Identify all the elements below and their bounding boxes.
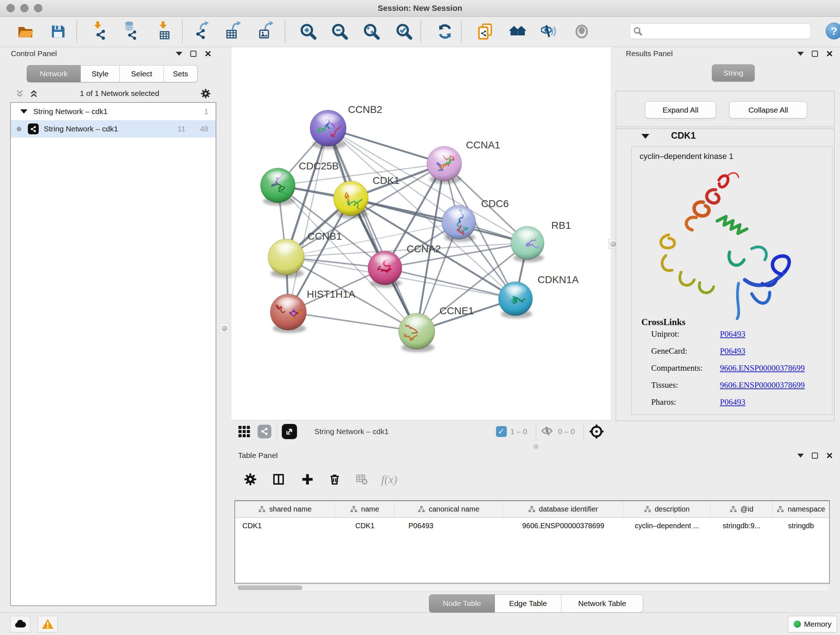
tab-node-table[interactable]: Node Table: [429, 594, 495, 613]
memory-button[interactable]: Memory: [788, 616, 837, 632]
table-cell[interactable]: CDK1: [235, 518, 335, 534]
column-header[interactable]: database identifier: [503, 501, 623, 517]
tab-edge-table[interactable]: Edge Table: [495, 594, 561, 613]
splitter-handle[interactable]: [219, 323, 229, 333]
graph-node-CCNA1[interactable]: [427, 146, 462, 184]
delete-table-button[interactable]: [352, 469, 372, 489]
graph-edge[interactable]: [288, 312, 417, 331]
collection-disclosure-icon[interactable]: [20, 109, 27, 114]
export-table-button[interactable]: [223, 20, 244, 43]
collapse-panel-icon[interactable]: [797, 52, 804, 56]
crosslink-link[interactable]: P06493: [720, 329, 745, 339]
network-row[interactable]: String Network – cdk1 11 48: [11, 120, 216, 138]
import-table-from-file-button[interactable]: [153, 20, 174, 43]
grid-view-icon[interactable]: [237, 424, 251, 439]
network-status-dot: [17, 127, 21, 131]
graph-node-CCNE1[interactable]: [399, 313, 435, 352]
graph-node-CDC25B[interactable]: [261, 168, 295, 206]
zoom-fit-button[interactable]: [361, 20, 382, 43]
graph-node-CCNB2[interactable]: [310, 110, 346, 149]
search-input[interactable]: [645, 27, 807, 35]
selected-nodes-checkbox[interactable]: ✓: [496, 426, 507, 437]
create-column-button[interactable]: [297, 469, 317, 489]
clone-network-button[interactable]: [475, 20, 496, 43]
table-cell[interactable]: CDK1: [335, 518, 395, 534]
network-canvas[interactable]: CCNB2CCNA1CDC25BCDK1CDC6RB1CCNB1CCNA2CDK…: [232, 47, 611, 420]
network-options-gear-icon[interactable]: [201, 89, 210, 98]
close-panel-icon[interactable]: ✕: [826, 453, 833, 459]
crosslink-link[interactable]: 9606.ENSP00000378699: [720, 380, 805, 390]
collapse-panel-icon[interactable]: [176, 52, 182, 56]
graph-node-CDC6[interactable]: [442, 205, 476, 242]
collapse-all-button[interactable]: Collapse All: [729, 101, 807, 119]
table-cell[interactable]: 9606.ENSP00000378699: [503, 518, 623, 534]
column-header[interactable]: description: [623, 501, 710, 517]
table-cell[interactable]: P06493: [395, 518, 503, 534]
graph-node-RB1[interactable]: [511, 226, 545, 262]
graph-node-CCNA2[interactable]: [368, 251, 402, 288]
export-network-button[interactable]: [191, 20, 212, 43]
table-cell[interactable]: cyclin–dependent ...: [623, 518, 710, 534]
table-horizontal-scrollbar[interactable]: [235, 584, 829, 592]
birdseye-view-icon[interactable]: [282, 424, 297, 439]
crosshair-icon[interactable]: [589, 424, 604, 439]
column-header[interactable]: @id: [711, 501, 773, 517]
function-builder-button[interactable]: f(x): [379, 469, 399, 489]
crosslink-link[interactable]: P06493: [720, 347, 745, 356]
import-network-from-database-button[interactable]: [120, 20, 141, 43]
zoom-out-button[interactable]: [329, 20, 350, 43]
column-header[interactable]: canonical name: [395, 501, 503, 517]
table-cell[interactable]: stringdb: [773, 518, 829, 534]
open-session-button[interactable]: [15, 20, 36, 43]
hide-selected-button[interactable]: [538, 20, 560, 43]
network-view-type-icon[interactable]: [257, 424, 271, 439]
warnings-button[interactable]: [38, 616, 58, 632]
crosslink-link[interactable]: 9606.ENSP00000378699: [720, 363, 805, 373]
graph-node-CCNB1[interactable]: [268, 239, 304, 278]
tab-string[interactable]: String: [712, 65, 755, 81]
graph-node-CDK1[interactable]: [333, 181, 368, 219]
houses-button[interactable]: [507, 20, 528, 43]
column-header[interactable]: name: [335, 501, 395, 517]
show-hidden-button[interactable]: [571, 20, 592, 43]
refresh-icon: [437, 24, 453, 40]
collapse-all-networks-icon[interactable]: [29, 89, 38, 98]
tab-network-table[interactable]: Network Table: [561, 594, 643, 613]
table-options-gear-button[interactable]: [240, 469, 261, 489]
tab-select[interactable]: Select: [120, 65, 164, 82]
expand-all-networks-icon[interactable]: [15, 89, 24, 98]
crosslink-link[interactable]: P06493: [720, 397, 745, 407]
graph-node-HIST1H1A[interactable]: [270, 294, 306, 333]
cloud-status-button[interactable]: [10, 616, 30, 632]
float-panel-icon[interactable]: [812, 51, 818, 57]
tab-style[interactable]: Style: [81, 65, 120, 82]
network-collection-row[interactable]: String Network – cdk1 1: [11, 103, 216, 120]
table-row[interactable]: CDK1 CDK1 P06493 9606.ENSP00000378699 cy…: [235, 518, 829, 534]
save-session-button[interactable]: [47, 20, 68, 43]
column-header[interactable]: shared name: [235, 501, 335, 517]
apply-preferred-layout-button[interactable]: [434, 20, 455, 43]
zoom-in-button[interactable]: [298, 20, 319, 43]
column-header[interactable]: namespace: [773, 501, 829, 517]
zoom-selected-button[interactable]: [393, 20, 415, 43]
float-panel-icon[interactable]: [812, 453, 818, 459]
delete-column-button[interactable]: [325, 469, 345, 489]
tab-sets[interactable]: Sets: [164, 65, 197, 82]
close-panel-icon[interactable]: ✕: [826, 51, 833, 57]
hidden-eye-slash-icon[interactable]: [541, 425, 554, 438]
collapse-panel-icon[interactable]: [797, 454, 804, 458]
export-image-button[interactable]: [256, 20, 276, 43]
tab-network[interactable]: Network: [27, 65, 81, 82]
column-type-icon: [258, 506, 265, 513]
expand-all-button[interactable]: Expand All: [645, 101, 716, 119]
float-panel-icon[interactable]: [190, 51, 196, 57]
show-columns-button[interactable]: [268, 469, 289, 489]
table-cell[interactable]: stringdb:9...: [711, 518, 773, 534]
graph-node-CDKN1A[interactable]: [499, 282, 532, 318]
help-button[interactable]: ?: [826, 22, 840, 40]
protein-disclosure-icon[interactable]: [641, 134, 649, 139]
close-panel-icon[interactable]: ✕: [204, 51, 212, 57]
scrollbar-thumb[interactable]: [237, 585, 302, 590]
splitter-handle[interactable]: [533, 444, 538, 449]
import-network-from-file-button[interactable]: [88, 20, 110, 43]
